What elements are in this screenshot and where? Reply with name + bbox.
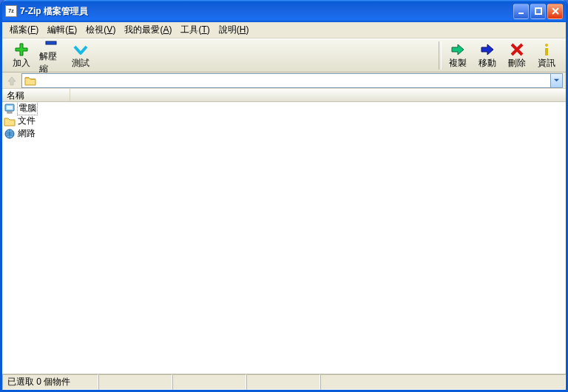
arrow-right-blue-icon — [480, 42, 495, 57]
svg-rect-2 — [46, 41, 56, 44]
menu-favorites[interactable]: 我的最愛(A) — [120, 22, 176, 38]
close-button[interactable] — [547, 4, 563, 19]
addressbar — [2, 72, 566, 89]
up-arrow-icon — [6, 75, 18, 87]
list-item-label: 網路 — [17, 127, 36, 140]
status-panel — [320, 374, 566, 390]
list-item[interactable]: 網路 — [2, 127, 566, 140]
window-title: 7-Zip 檔案管理員 — [20, 5, 513, 18]
add-button[interactable]: 加入 — [7, 41, 36, 71]
menu-view[interactable]: 檢視(V) — [81, 22, 120, 38]
copy-label: 複製 — [449, 57, 467, 70]
extract-label: 解壓縮 — [39, 50, 63, 75]
info-icon — [539, 42, 554, 57]
app-icon: 7z — [5, 5, 17, 17]
column-header: 名稱 — [2, 89, 566, 102]
maximize-button[interactable] — [530, 4, 546, 19]
list-item-label: 文件 — [17, 115, 36, 127]
test-button[interactable]: 測試 — [66, 41, 95, 71]
column-name[interactable]: 名稱 — [2, 89, 70, 101]
status-panel — [172, 374, 246, 390]
address-dropdown-button[interactable] — [550, 74, 562, 87]
window-buttons — [513, 4, 563, 19]
svg-rect-7 — [7, 112, 12, 113]
app-window: 7z 7-Zip 檔案管理員 檔案(F) 編輯(E) 檢視(V) 我的最愛(A)… — [0, 0, 568, 392]
plus-icon — [14, 42, 29, 57]
file-list[interactable]: 電腦 文件 網路 — [2, 102, 566, 374]
x-icon — [510, 42, 524, 57]
status-text: 已選取 0 個物件 — [2, 374, 98, 390]
status-panel — [98, 374, 172, 390]
move-button[interactable]: 移動 — [473, 41, 502, 71]
extract-button[interactable]: 解壓縮 — [36, 34, 66, 77]
list-item-label: 電腦 — [17, 102, 38, 115]
status-panel — [246, 374, 320, 390]
info-label: 資訊 — [538, 57, 555, 70]
svg-rect-4 — [545, 48, 548, 55]
info-button[interactable]: 資訊 — [532, 41, 561, 71]
address-input[interactable] — [38, 75, 550, 87]
network-icon — [4, 128, 16, 140]
folder-icon — [24, 75, 36, 86]
menubar: 檔案(F) 編輯(E) 檢視(V) 我的最愛(A) 工具(T) 說明(H) — [2, 22, 566, 38]
statusbar: 已選取 0 個物件 — [2, 374, 566, 390]
list-item[interactable]: 電腦 — [2, 102, 566, 115]
test-label: 測試 — [72, 57, 89, 70]
folder-icon — [4, 115, 16, 127]
toolbar-separator — [439, 41, 442, 70]
svg-rect-0 — [518, 13, 524, 14]
chevron-down-icon — [553, 77, 560, 84]
add-label: 加入 — [13, 57, 30, 70]
delete-button[interactable]: 刪除 — [502, 41, 532, 71]
delete-label: 刪除 — [508, 57, 526, 70]
arrow-right-green-icon — [450, 42, 465, 57]
svg-rect-1 — [535, 8, 541, 14]
menu-tools[interactable]: 工具(T) — [176, 22, 214, 38]
toolbar: 加入 解壓縮 測試 複製 移動 — [2, 38, 566, 72]
minimize-button[interactable] — [513, 4, 529, 19]
svg-rect-6 — [7, 106, 13, 109]
copy-button[interactable]: 複製 — [443, 41, 473, 71]
up-button[interactable] — [5, 74, 18, 87]
titlebar: 7z 7-Zip 檔案管理員 — [2, 0, 566, 22]
address-combo[interactable] — [21, 73, 563, 88]
list-item[interactable]: 文件 — [2, 115, 566, 127]
svg-point-3 — [545, 44, 548, 47]
minus-icon — [44, 36, 58, 50]
check-icon — [73, 42, 88, 57]
computer-icon — [4, 103, 16, 115]
move-label: 移動 — [479, 57, 496, 70]
menu-help[interactable]: 說明(H) — [214, 22, 254, 38]
